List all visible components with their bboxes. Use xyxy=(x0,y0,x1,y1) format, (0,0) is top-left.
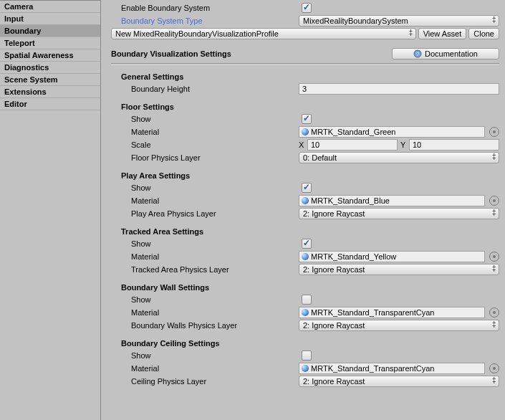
material-icon xyxy=(302,253,309,260)
floor-layer-dropdown[interactable]: 0: Default xyxy=(299,152,499,163)
boundary-height-field[interactable]: 3 xyxy=(299,83,499,95)
tracked-material-picker[interactable] xyxy=(489,252,499,262)
main-panel: Enable Boundary System Boundary System T… xyxy=(101,0,505,420)
wall-layer-dropdown[interactable]: 2: Ignore Raycast xyxy=(299,320,499,331)
material-icon xyxy=(302,128,309,135)
sidebar-item-input[interactable]: Input xyxy=(0,13,100,25)
sidebar-item-extensions[interactable]: Extensions xyxy=(0,86,100,98)
tracked-show-label: Show xyxy=(131,239,299,248)
floor-scale-label: Scale xyxy=(131,140,299,149)
tracked-show-checkbox[interactable] xyxy=(302,239,312,249)
scale-x-label: X xyxy=(299,140,307,149)
sidebar-item-editor[interactable]: Editor xyxy=(0,98,100,110)
tracked-area-settings-header: Tracked Area Settings xyxy=(121,227,499,236)
tracked-material-label: Material xyxy=(131,252,299,261)
ceiling-show-checkbox[interactable] xyxy=(302,350,312,361)
sidebar-item-teleport[interactable]: Teleport xyxy=(0,37,100,49)
play-show-label: Show xyxy=(131,183,299,192)
general-settings-header: General Settings xyxy=(121,72,499,81)
floor-material-field[interactable]: MRTK_Standard_Green xyxy=(299,126,485,138)
ceiling-material-field[interactable]: MRTK_Standard_TransparentCyan xyxy=(299,363,485,374)
wall-show-label: Show xyxy=(131,295,299,304)
enable-boundary-label: Enable Boundary System xyxy=(121,4,299,12)
floor-show-checkbox[interactable] xyxy=(302,114,312,124)
ceiling-material-label: Material xyxy=(131,364,299,373)
ceiling-layer-label: Ceiling Physics Layer xyxy=(131,377,299,386)
boundary-system-type-label[interactable]: Boundary System Type xyxy=(121,16,299,25)
boundary-height-label: Boundary Height xyxy=(131,85,299,93)
ceiling-layer-dropdown[interactable]: 2: Ignore Raycast xyxy=(299,376,499,387)
floor-material-picker[interactable] xyxy=(489,127,499,137)
wall-show-checkbox[interactable] xyxy=(302,295,312,305)
wall-material-field[interactable]: MRTK_Standard_TransparentCyan xyxy=(299,307,485,318)
play-material-picker[interactable] xyxy=(489,196,499,206)
svg-text:?: ? xyxy=(416,51,420,57)
tracked-material-field[interactable]: MRTK_Standard_Yellow xyxy=(299,251,485,262)
boundary-ceiling-settings-header: Boundary Ceiling Settings xyxy=(121,339,499,348)
sidebar: Camera Input Boundary Teleport Spatial A… xyxy=(0,0,101,420)
view-asset-button[interactable]: View Asset xyxy=(418,28,467,39)
sidebar-item-boundary[interactable]: Boundary xyxy=(0,25,100,37)
material-icon xyxy=(302,365,309,372)
floor-scale-y-field[interactable]: 10 xyxy=(409,139,499,151)
boundary-wall-settings-header: Boundary Wall Settings xyxy=(121,283,499,292)
sidebar-item-scene-system[interactable]: Scene System xyxy=(0,74,100,86)
material-icon xyxy=(302,197,309,204)
visualization-settings-header: Boundary Visualization Settings xyxy=(111,49,390,58)
profile-dropdown[interactable]: New MixedRealityBoundaryVisualizationPro… xyxy=(111,28,416,39)
floor-scale-x-field[interactable]: 10 xyxy=(307,139,398,151)
wall-material-label: Material xyxy=(131,308,299,317)
play-material-field[interactable]: MRTK_Standard_Blue xyxy=(299,195,485,206)
boundary-system-type-dropdown[interactable]: MixedRealityBoundarySystem xyxy=(299,15,499,27)
wall-material-value: MRTK_Standard_TransparentCyan xyxy=(311,307,434,318)
sidebar-item-camera[interactable]: Camera xyxy=(0,1,100,13)
scale-y-label: Y xyxy=(400,140,409,149)
floor-settings-header: Floor Settings xyxy=(121,102,499,111)
divider xyxy=(111,63,499,65)
floor-material-value: MRTK_Standard_Green xyxy=(311,127,395,137)
documentation-label: Documentation xyxy=(425,49,478,58)
enable-boundary-checkbox[interactable] xyxy=(302,3,312,13)
root: Camera Input Boundary Teleport Spatial A… xyxy=(0,0,505,420)
play-material-label: Material xyxy=(131,196,299,205)
sidebar-item-spatial-awareness[interactable]: Spatial Awareness xyxy=(0,49,100,62)
documentation-button[interactable]: ? Documentation xyxy=(392,48,499,59)
play-layer-dropdown[interactable]: 2: Ignore Raycast xyxy=(299,208,499,219)
tracked-material-value: MRTK_Standard_Yellow xyxy=(311,252,396,262)
tracked-layer-dropdown[interactable]: 2: Ignore Raycast xyxy=(299,264,499,275)
floor-material-label: Material xyxy=(131,128,299,136)
clone-button[interactable]: Clone xyxy=(468,28,499,39)
help-icon: ? xyxy=(413,49,422,58)
material-icon xyxy=(302,309,309,316)
ceiling-show-label: Show xyxy=(131,351,299,360)
ceiling-material-picker[interactable] xyxy=(489,363,499,373)
wall-layer-label: Boundary Walls Physics Layer xyxy=(131,321,299,330)
ceiling-material-value: MRTK_Standard_TransparentCyan xyxy=(311,363,434,373)
floor-layer-label: Floor Physics Layer xyxy=(131,153,299,162)
tracked-layer-label: Tracked Area Physics Layer xyxy=(131,265,299,274)
play-area-settings-header: Play Area Settings xyxy=(121,171,499,180)
play-layer-label: Play Area Physics Layer xyxy=(131,209,299,218)
floor-show-label: Show xyxy=(131,115,299,123)
sidebar-item-diagnostics[interactable]: Diagnostics xyxy=(0,62,100,74)
play-material-value: MRTK_Standard_Blue xyxy=(311,196,390,206)
play-show-checkbox[interactable] xyxy=(302,183,312,193)
wall-material-picker[interactable] xyxy=(489,307,499,318)
